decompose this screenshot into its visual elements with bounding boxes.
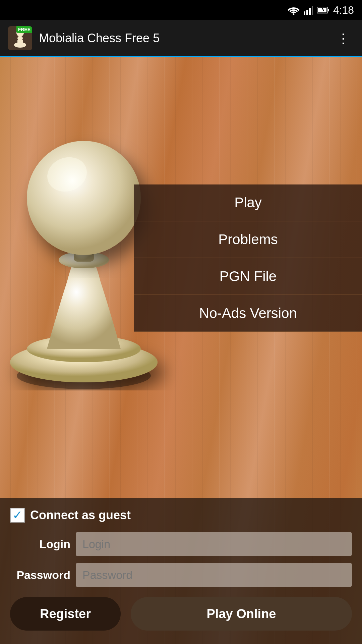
connect-guest-label: Connect as guest xyxy=(30,508,131,522)
play-online-button[interactable]: Play Online xyxy=(131,597,352,631)
app-icon: FREE xyxy=(8,26,32,50)
svg-rect-2 xyxy=(306,10,308,15)
svg-rect-12 xyxy=(17,40,23,44)
overflow-menu-button[interactable]: ⋮ xyxy=(333,32,354,45)
svg-rect-1 xyxy=(304,11,305,15)
guest-checkbox[interactable]: ✓ xyxy=(10,508,25,523)
action-buttons: Register Play Online xyxy=(10,597,352,631)
app-bar: FREE Mobialia Chess Free 5 ⋮ xyxy=(0,20,362,57)
free-badge: FREE xyxy=(16,26,32,33)
login-row: Login xyxy=(10,532,352,556)
menu-buttons: Play Problems PGN File No-Ads Version xyxy=(134,184,362,332)
app-title: Mobialia Chess Free 5 xyxy=(39,31,333,45)
wifi-icon xyxy=(288,5,300,15)
status-time: 4:18 xyxy=(333,4,354,16)
pgn-file-button[interactable]: PGN File xyxy=(134,258,362,295)
password-label: Password xyxy=(10,569,70,582)
register-button[interactable]: Register xyxy=(10,597,121,631)
connect-as-guest-row: ✓ Connect as guest xyxy=(10,508,352,523)
login-label: Login xyxy=(10,538,70,551)
play-button[interactable]: Play xyxy=(134,184,362,221)
svg-point-18 xyxy=(27,141,141,255)
status-bar: 4:18 xyxy=(0,0,362,20)
bottom-panel: ✓ Connect as guest Login Password Regist… xyxy=(0,498,362,644)
svg-rect-4 xyxy=(312,6,313,15)
svg-rect-3 xyxy=(309,8,311,15)
password-input[interactable] xyxy=(76,563,352,587)
signal-icon xyxy=(304,5,313,15)
no-ads-button[interactable]: No-Ads Version xyxy=(134,295,362,332)
svg-rect-6 xyxy=(328,9,329,11)
check-icon: ✓ xyxy=(12,509,22,521)
main-content: Play Problems PGN File No-Ads Version ✓ … xyxy=(0,57,362,644)
login-input[interactable] xyxy=(76,532,352,556)
svg-point-10 xyxy=(17,36,23,41)
battery-icon xyxy=(317,6,329,14)
problems-button[interactable]: Problems xyxy=(134,221,362,258)
password-row: Password xyxy=(10,563,352,587)
svg-point-0 xyxy=(293,13,294,15)
